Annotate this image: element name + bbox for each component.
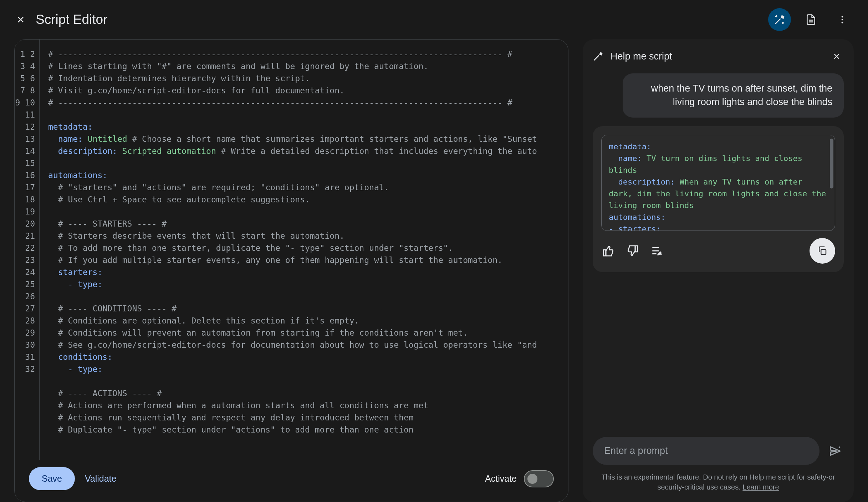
svg-point-0 <box>842 16 843 18</box>
line-number-gutter: 1 2 3 4 5 6 7 8 9 10 11 12 13 14 15 16 1… <box>15 40 40 460</box>
document-button[interactable] <box>800 8 822 31</box>
editor-footer: Save Validate Activate <box>15 460 568 502</box>
code-content[interactable]: # --------------------------------------… <box>40 40 568 460</box>
prompt-input[interactable] <box>593 437 820 465</box>
assist-close-button[interactable] <box>829 49 844 63</box>
close-button[interactable] <box>14 13 27 26</box>
thumbs-up-icon <box>602 245 614 257</box>
prompt-row <box>593 437 844 465</box>
learn-more-link[interactable]: Learn more <box>742 483 779 491</box>
document-icon <box>805 14 817 25</box>
page-title: Script Editor <box>36 12 108 27</box>
thumbs-down-button[interactable] <box>626 244 640 258</box>
svg-point-1 <box>842 19 843 21</box>
header-left: Script Editor <box>14 12 108 27</box>
wand-icon <box>774 14 785 25</box>
user-message: when the TV turns on after sunset, dim t… <box>623 73 844 118</box>
scrollbar-thumb[interactable] <box>830 139 833 188</box>
copy-suggestion-button[interactable] <box>810 238 835 264</box>
code-suggestion[interactable]: metadata: name: TV turn on dims lights a… <box>601 135 835 231</box>
assist-panel: Help me script when the TV turns on afte… <box>583 39 854 502</box>
edit-list-icon <box>651 245 663 257</box>
footer-right: Activate <box>485 470 554 487</box>
help-me-script-toggle[interactable] <box>768 8 791 31</box>
response-actions <box>601 238 835 264</box>
send-icon <box>829 445 842 457</box>
footer-left: Save Validate <box>29 467 116 490</box>
more-menu-button[interactable] <box>831 8 854 31</box>
activate-label: Activate <box>485 473 517 484</box>
wand-icon <box>593 51 603 62</box>
save-button[interactable]: Save <box>29 467 75 490</box>
svg-point-2 <box>842 22 843 24</box>
thumbs-up-button[interactable] <box>601 244 616 258</box>
copy-icon <box>817 245 828 256</box>
svg-point-4 <box>839 446 841 448</box>
code-editor[interactable]: 1 2 3 4 5 6 7 8 9 10 11 12 13 14 15 16 1… <box>15 40 568 460</box>
feedback-actions <box>601 244 664 258</box>
main-content: 1 2 3 4 5 6 7 8 9 10 11 12 13 14 15 16 1… <box>0 39 868 502</box>
assist-title: Help me script <box>611 51 672 62</box>
editor-panel: 1 2 3 4 5 6 7 8 9 10 11 12 13 14 15 16 1… <box>14 39 568 502</box>
assist-header: Help me script <box>593 49 844 63</box>
assist-title-wrap: Help me script <box>593 51 672 62</box>
disclaimer-text: This is an experimental feature. Do not … <box>602 473 835 491</box>
response-card: metadata: name: TV turn on dims lights a… <box>593 126 844 272</box>
header-right <box>768 8 854 31</box>
toggle-knob <box>527 474 537 484</box>
validate-button[interactable]: Validate <box>85 473 117 484</box>
activate-toggle[interactable] <box>524 470 554 487</box>
assist-messages: when the TV turns on after sunset, dim t… <box>593 73 844 437</box>
edit-suggestion-button[interactable] <box>650 244 664 258</box>
app-header: Script Editor <box>0 0 868 39</box>
svg-rect-3 <box>821 249 826 254</box>
send-button[interactable] <box>827 443 844 460</box>
close-icon <box>832 52 841 61</box>
thumbs-down-icon <box>627 245 639 257</box>
disclaimer: This is an experimental feature. Do not … <box>593 472 844 492</box>
more-vert-icon <box>837 15 847 25</box>
close-icon <box>16 15 26 25</box>
scrollbar[interactable] <box>830 139 833 224</box>
